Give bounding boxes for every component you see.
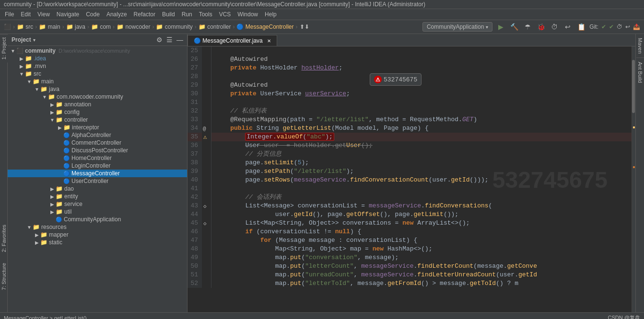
menu-item-help[interactable]: Help [262,10,280,19]
tree-user[interactable]: ▶ 🔵 UserController [8,177,187,185]
undo-button[interactable]: ↩ [562,22,573,32]
menu-item-vcs[interactable]: VCS [216,10,234,19]
history-button[interactable]: ⏱ [549,22,560,32]
line-48: 48 Map<String, Object> map = new HashMap… [187,245,632,253]
tree-root[interactable]: ▼ ⬛ community D:\work\workspace\communit… [8,47,187,55]
tree-interceptor[interactable]: ▶ 📁 interceptor [8,124,187,131]
tree-main[interactable]: ▼ 📁 main [8,78,187,85]
menu-item-edit[interactable]: Edit [18,10,34,19]
ln-31: 31 [187,98,202,107]
right-scrollbar[interactable] [632,46,635,312]
folder-icon: 📁 [33,224,40,230]
ann-29: @Autowired [230,81,268,89]
tab-bar: 🔵 MessageController.java ✕ [187,34,635,46]
tree-java[interactable]: ▼ 📁 java [8,85,187,93]
coverage-button[interactable]: ☂ [522,22,533,32]
tree-service[interactable]: ▶ 📁 service [8,200,187,208]
gear-icon[interactable]: ⚙ [156,36,163,44]
gt-52 [202,279,211,288]
tree-controller[interactable]: ▼ 📁 controller [8,116,187,124]
gt-32 [202,107,211,115]
side-tab-project[interactable]: 1: Project [0,34,8,62]
tree-discuss[interactable]: ▶ 🔵 DiscussPostController [8,147,187,154]
tree-annotation[interactable]: ▶ 📁 annotation [8,101,187,108]
git-check-icon2: ✔ [609,23,614,30]
chevron-icon[interactable]: ▾ [33,37,35,43]
tab-messagecontroller[interactable]: 🔵 MessageController.java ✕ [187,35,277,46]
tab-close-button[interactable]: ✕ [267,38,271,44]
build-button[interactable]: 🔨 [509,22,519,32]
str-lc: "letterCount" [305,262,353,270]
tree-com[interactable]: ▼ 📁 com.nowcoder.community [8,93,187,101]
src-label: src [34,70,41,77]
cd-37: // 分页信息 [211,150,632,159]
fn-getid3: getId [518,271,537,278]
menu-item-window[interactable]: Window [234,10,261,19]
ln-39: 39 [187,167,202,176]
tree-message[interactable]: ▶ 🔵 MessageController [8,170,187,177]
tree-home[interactable]: ▶ 🔵 HomeController [8,154,187,162]
tree-static[interactable]: ▶ 📁 static [8,239,187,246]
str-lt: "letterToId" [305,280,350,287]
tree-mapper[interactable]: ▶ 📁 mapper [8,231,187,239]
side-tab-favorites[interactable]: 2: Favorites [0,222,8,255]
debug-button[interactable]: 🐞 [536,22,546,32]
strikethrough-36: User user = hostHolder.getUser(); [245,142,372,149]
menu-item-tools[interactable]: Tools [196,10,215,19]
view-options-icon[interactable]: ☰ [166,36,173,44]
menu-item-run[interactable]: Run [179,10,195,19]
menu-item-file[interactable]: File [2,10,17,19]
gt-48 [202,245,211,253]
tab-icon: 🔵 [194,37,201,44]
type-mapstr: String [279,219,302,227]
sep5: › [152,23,154,30]
menu-item-refactor[interactable]: Refactor [131,10,158,19]
tree-src[interactable]: ▼ 📁 src [8,70,187,78]
collapse-icon[interactable]: — [176,36,183,44]
cd-25 [211,46,632,55]
gt-36 [202,141,211,150]
tree-util[interactable]: ▶ 📁 util [8,208,187,216]
tree-comment[interactable]: ▶ 🔵 CommentController [8,139,187,147]
menu-item-view[interactable]: View [35,10,53,19]
right-tab-antbuild[interactable]: Ant Build [636,58,644,87]
scroll-mark-yellow [633,126,635,128]
side-tab-structure[interactable]: 7: Structure [0,260,8,293]
gutter-at43: ◇ [203,202,207,211]
fn-user: User [346,142,361,149]
tree-idea[interactable]: ▶ 📁 .idea [8,55,187,62]
tree-mvn[interactable]: ▶ 📁 .mvn [8,62,187,70]
cd-43: List<Message> conversationList = message… [211,202,632,210]
cd-36: User user = hostHolder.getUser(); [211,141,632,150]
field-get: GET [462,116,473,123]
gt-49 [202,253,211,262]
menu-item-navigate[interactable]: Navigate [54,10,82,19]
ln-27: 27 [187,64,202,72]
tree-dao[interactable]: ▶ 📁 dao [8,185,187,193]
java-label: java [49,86,59,92]
str-abc: "abc" [306,133,325,140]
cd-52: map.put("letterToId", message.getFromId(… [211,279,632,288]
line-31: 31 [187,98,632,107]
tree-entity[interactable]: ▶ 📁 entity [8,193,187,200]
tree-login[interactable]: ▶ 🔵 LoginController [8,162,187,170]
run-config[interactable]: CommunityApplication ▾ [422,22,492,32]
vcs-button[interactable]: 📋 [576,22,586,32]
gt-42 [202,193,211,202]
menu-item-analyze[interactable]: Analyze [104,10,130,19]
code-area: 532745675 ⚠ 532745675 25 [187,46,632,312]
tree-resources[interactable]: ▼ 📁 resources [8,223,187,231]
menu-item-build[interactable]: Build [159,10,178,19]
code-editor[interactable]: 532745675 ⚠ 532745675 25 [187,46,635,312]
tree-communityapp[interactable]: ▶ 🔵 CommunityApplication [8,216,187,223]
fn-getoffset: getOffset [346,211,380,218]
static-label: static [49,239,62,246]
right-tab-maven[interactable]: Maven [636,34,644,58]
run-button[interactable]: ▶ [495,22,506,32]
ms-ref2: messageService [369,202,421,209]
gt-51 [202,271,211,279]
tree-config[interactable]: ▶ 📁 config [8,108,187,116]
chevron-down-icon[interactable]: ▾ [486,24,488,30]
menu-item-code[interactable]: Code [83,10,103,19]
tree-alpha[interactable]: ▶ 🔵 AlphaController [8,131,187,139]
